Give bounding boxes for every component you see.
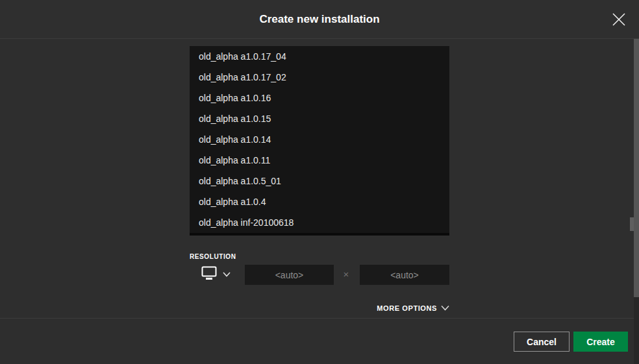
dialog-header: Create new installation (0, 0, 639, 39)
resolution-height-input[interactable] (360, 265, 449, 285)
version-label: old_alpha a1.0.5_01 (199, 176, 281, 186)
version-list-item[interactable]: old_alpha a1.0.17_02 (190, 67, 449, 88)
version-label: old_alpha a1.0.16 (199, 93, 271, 103)
version-list-item[interactable]: old_alpha inf-20100618 (190, 212, 449, 233)
resolution-row: × (190, 265, 449, 285)
version-label: old_alpha a1.0.14 (199, 134, 271, 145)
resolution-separator: × (338, 269, 354, 280)
resolution-label: RESOLUTION (190, 253, 449, 260)
version-list-item[interactable]: old_alpha a1.0.16 (190, 88, 449, 108)
version-select-list: old_alpha a1.0.17_04 old_alpha a1.0.17_0… (190, 46, 449, 236)
chevron-down-icon (223, 269, 231, 279)
more-options-row: MORE OPTIONS (190, 302, 449, 313)
version-label: old_alpha a1.0.15 (199, 114, 271, 124)
version-list-item[interactable]: old_alpha a1.0.14 (190, 129, 449, 150)
dialog-footer: Cancel Create (0, 318, 639, 364)
dialog-scrollbar-thumb[interactable] (634, 39, 639, 297)
dialog-title: Create new installation (0, 0, 639, 39)
footer-buttons: Cancel Create (514, 332, 628, 352)
version-label: old_alpha a1.0.17_02 (199, 72, 286, 82)
resolution-width-input[interactable] (245, 265, 334, 285)
version-list-item[interactable]: old_alpha a1.0.17_04 (190, 46, 449, 67)
close-icon (612, 12, 626, 27)
monitor-select-dropdown[interactable] (201, 266, 231, 282)
dialog-content: old_alpha a1.0.17_04 old_alpha a1.0.17_0… (0, 40, 634, 317)
create-installation-dialog: Create new installation old_alpha a1.0.1… (0, 0, 639, 364)
form-column: old_alpha a1.0.17_04 old_alpha a1.0.17_0… (190, 46, 449, 313)
chevron-down-icon (441, 304, 449, 312)
close-button[interactable] (610, 11, 627, 28)
more-options-button[interactable]: MORE OPTIONS (377, 304, 449, 312)
version-list-item[interactable]: old_alpha a1.0.5_01 (190, 171, 449, 191)
version-label: old_alpha a1.0.11 (199, 155, 270, 165)
monitor-icon (201, 266, 218, 282)
version-label: old_alpha inf-20100618 (199, 217, 294, 228)
version-list-item[interactable]: old_alpha a1.0.11 (190, 150, 449, 171)
version-list-item[interactable]: old_alpha a1.0.15 (190, 108, 449, 129)
cancel-button[interactable]: Cancel (514, 332, 570, 352)
version-label: old_alpha a1.0.17_04 (199, 51, 286, 62)
dialog-scrollbar-track[interactable] (634, 39, 639, 364)
version-list-item[interactable]: old_alpha a1.0.4 (190, 191, 449, 212)
more-options-label: MORE OPTIONS (377, 304, 437, 312)
create-button[interactable]: Create (573, 332, 628, 352)
version-label: old_alpha a1.0.4 (199, 197, 266, 207)
